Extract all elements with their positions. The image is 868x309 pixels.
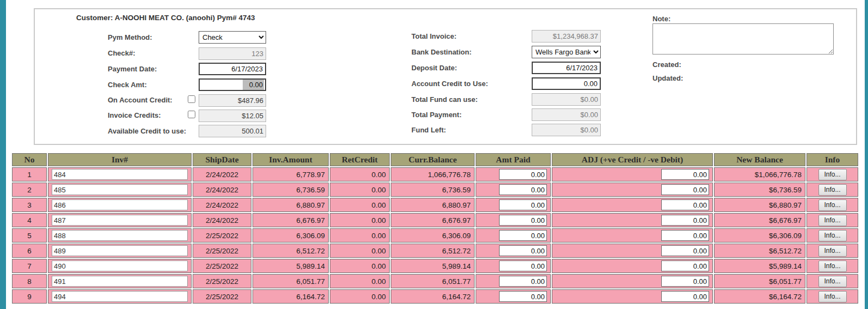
pym-method-label: Pym Method: — [108, 33, 152, 41]
info-button[interactable]: Info... — [818, 230, 847, 241]
adj-input[interactable] — [661, 260, 709, 271]
info-cell: Info... — [807, 167, 858, 181]
on-account-credit-checkbox[interactable] — [188, 95, 195, 103]
amt-paid-input[interactable] — [499, 276, 547, 287]
right-accent-bar — [865, 0, 868, 309]
ship-date-cell: 2/24/2022 — [193, 183, 251, 197]
fund-left-label: Fund Left: — [411, 126, 446, 134]
ret-credit-cell: 0.00 — [330, 274, 390, 288]
info-button[interactable]: Info... — [818, 184, 847, 196]
check-amt-input[interactable] — [199, 78, 266, 91]
row-number-cell: 7 — [12, 259, 47, 273]
pym-method-select[interactable]: Check — [199, 31, 266, 44]
invoice-credits-checkbox[interactable] — [188, 111, 195, 118]
inv-number-input[interactable] — [52, 169, 188, 180]
customer-heading: Customer: A-NOOHI MEAT CO. (anoohi) Pym#… — [76, 14, 255, 22]
row-number-cell: 6 — [12, 244, 47, 258]
col-header-adj: ADJ (+ve Credit / -ve Debit) — [552, 153, 713, 166]
col-header-amt-paid: Amt Paid — [476, 153, 551, 166]
inv-number-input[interactable] — [52, 260, 188, 271]
inv-amount-cell: 6,306.09 — [253, 228, 329, 243]
inv-number-input[interactable] — [52, 245, 188, 256]
total-fund-can-use-input[interactable] — [532, 93, 601, 106]
amt-paid-input[interactable] — [499, 260, 547, 271]
inv-number-input[interactable] — [52, 291, 188, 302]
row-number-cell: 4 — [12, 213, 47, 227]
curr-balance-cell: 6,051.77 — [391, 274, 475, 288]
info-button[interactable]: Info... — [818, 291, 847, 302]
deposit-date-label: Deposit Date: — [411, 64, 457, 72]
adj-input[interactable] — [661, 169, 709, 180]
check-amt-label: Check Amt: — [108, 81, 147, 89]
available-credit-input[interactable] — [199, 125, 266, 137]
amt-paid-input[interactable] — [499, 245, 547, 256]
new-balance-cell: $6,512.72 — [714, 244, 805, 258]
new-balance-cell: $6,051.77 — [714, 274, 805, 288]
inv-number-input[interactable] — [52, 184, 188, 195]
amt-paid-cell — [476, 183, 551, 197]
adj-cell — [552, 228, 713, 243]
row-number-cell: 9 — [12, 289, 47, 304]
info-button[interactable]: Info... — [818, 199, 847, 211]
adj-input[interactable] — [661, 215, 709, 226]
inv-number-input[interactable] — [52, 199, 188, 210]
adj-cell — [552, 167, 713, 181]
amt-paid-input[interactable] — [499, 169, 547, 180]
ship-date-cell: 2/25/2022 — [193, 274, 251, 288]
table-row: 7 2/25/2022 5,989.14 0.00 5,989.14 $5,98… — [12, 259, 858, 273]
table-row: 6 2/25/2022 6,512.72 0.00 6,512.72 $6,51… — [12, 244, 858, 258]
ret-credit-cell: 0.00 — [330, 167, 390, 181]
inv-number-input[interactable] — [52, 215, 188, 226]
bank-destination-select[interactable]: Wells Fargo Bank — [532, 46, 601, 58]
new-balance-cell: $5,989.14 — [714, 259, 805, 273]
curr-balance-cell: 6,512.72 — [391, 244, 475, 258]
info-button[interactable]: Info... — [818, 260, 847, 272]
new-balance-cell: $6,164.72 — [714, 289, 805, 304]
info-cell: Info... — [807, 228, 858, 243]
inv-number-cell — [48, 228, 192, 243]
fund-left-input[interactable] — [532, 124, 601, 136]
inv-amount-cell: 6,512.72 — [253, 244, 329, 258]
total-invoice-input[interactable] — [532, 30, 601, 43]
new-balance-cell: $6,306.09 — [714, 228, 805, 243]
payment-date-input[interactable] — [199, 63, 266, 75]
adj-input[interactable] — [661, 245, 709, 256]
info-cell: Info... — [807, 183, 858, 197]
table-row: 5 2/25/2022 6,306.09 0.00 6,306.09 $6,30… — [12, 228, 858, 243]
amt-paid-input[interactable] — [499, 199, 547, 210]
note-label: Note: — [652, 15, 670, 23]
new-balance-cell: $1,066,776.78 — [714, 167, 805, 181]
inv-amount-cell: 6,778.97 — [253, 167, 329, 181]
info-button[interactable]: Info... — [818, 215, 847, 226]
amt-paid-input[interactable] — [499, 230, 547, 241]
inv-number-input[interactable] — [52, 230, 188, 241]
deposit-date-input[interactable] — [532, 62, 601, 74]
adj-input[interactable] — [661, 291, 709, 302]
new-balance-cell: $6,736.59 — [714, 183, 805, 197]
invoice-credits-input[interactable] — [199, 110, 266, 122]
inv-number-cell — [48, 244, 192, 258]
amt-paid-cell — [476, 274, 551, 288]
total-fund-can-use-label: Total Fund can use: — [411, 95, 478, 104]
info-button[interactable]: Info... — [818, 276, 847, 287]
amt-paid-input[interactable] — [499, 215, 547, 226]
total-payment-input[interactable] — [532, 108, 601, 121]
row-number-cell: 5 — [12, 228, 47, 243]
adj-input[interactable] — [661, 184, 709, 195]
amt-paid-input[interactable] — [499, 184, 547, 195]
adj-input[interactable] — [661, 199, 709, 210]
inv-amount-cell: 6,676.97 — [253, 213, 329, 227]
payment-date-label: Payment Date: — [108, 65, 157, 73]
info-button[interactable]: Info... — [818, 169, 847, 180]
adj-cell — [552, 274, 713, 288]
adj-input[interactable] — [661, 230, 709, 241]
note-textarea[interactable] — [652, 23, 834, 54]
info-button[interactable]: Info... — [818, 245, 847, 257]
on-account-credit-input[interactable] — [199, 94, 266, 107]
adj-input[interactable] — [661, 276, 709, 287]
check-number-input[interactable] — [199, 47, 266, 60]
account-credit-to-use-label: Account Credit to Use: — [411, 80, 488, 88]
account-credit-to-use-input[interactable] — [532, 77, 601, 90]
inv-number-input[interactable] — [52, 276, 188, 287]
amt-paid-input[interactable] — [499, 291, 547, 302]
